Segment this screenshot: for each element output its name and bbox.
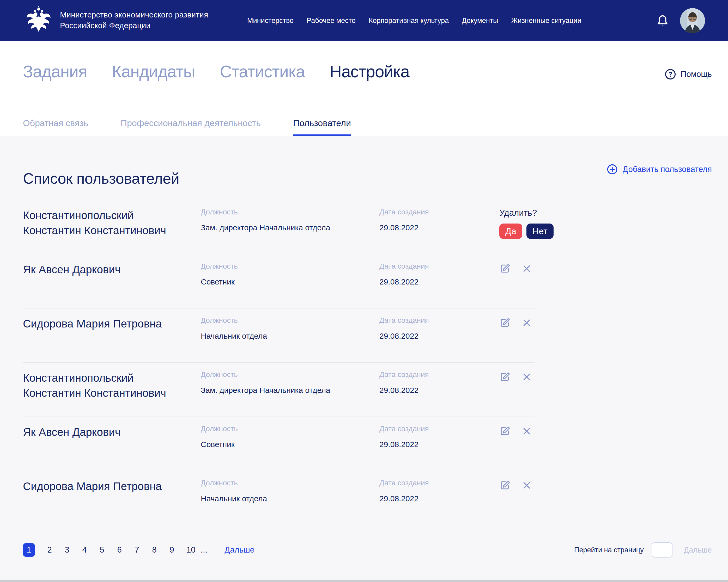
question-circle-icon: ?: [665, 68, 676, 80]
position-value: Начальник отдела: [201, 332, 380, 340]
page-button-9[interactable]: 9: [169, 545, 175, 555]
close-icon: [522, 264, 532, 274]
tab-tasks[interactable]: Задания: [23, 62, 87, 81]
created-value: 29.08.2022: [380, 494, 499, 503]
goto-page-group: Перейти на страницу Дальше: [574, 543, 712, 557]
close-icon: [522, 318, 532, 328]
help-button[interactable]: ? Помощь: [665, 68, 712, 80]
ministry-name-line2: Россиийской Федерации: [60, 20, 208, 31]
edit-icon: [499, 425, 511, 437]
page-list: 1 2 3 4 5 6 7 8 9 10: [23, 543, 195, 557]
created-label: Дата создания: [380, 208, 499, 216]
notifications-button[interactable]: [655, 13, 670, 28]
user-name: Сидорова Мария Петровна: [23, 316, 201, 331]
user-avatar[interactable]: [680, 8, 705, 33]
ministry-name-line1: Министерство экономического развития: [60, 9, 208, 20]
user-row: Як Авсен Даркович Должность Советник Дат…: [23, 417, 535, 471]
created-value: 29.08.2022: [380, 332, 499, 340]
main-tabs: Задания Кандидаты Статистика Настройка: [23, 62, 409, 81]
created-label: Дата создания: [380, 425, 499, 433]
tab-settings[interactable]: Настройка: [330, 62, 409, 81]
svg-text:?: ?: [668, 71, 673, 78]
add-user-label: Добавить пользователя: [623, 165, 712, 174]
created-value: 29.08.2022: [380, 440, 499, 449]
user-name: Як Авсен Даркович: [23, 425, 201, 440]
ministry-logo[interactable]: Министерство экономического развития Рос…: [25, 4, 208, 36]
edit-user-button[interactable]: [499, 262, 511, 275]
edit-icon: [499, 262, 511, 275]
edit-icon: [499, 371, 511, 383]
tab-candidates[interactable]: Кандидаты: [112, 62, 195, 81]
delete-user-button[interactable]: [522, 318, 532, 328]
goto-next-link[interactable]: Дальше: [684, 546, 712, 554]
delete-user-button[interactable]: [522, 372, 532, 382]
nav-life-situations[interactable]: Жизненные ситуации: [511, 17, 581, 25]
close-icon: [522, 480, 532, 490]
plus-circle-icon: [606, 164, 618, 175]
position-label: Должность: [201, 370, 380, 379]
page-button-10[interactable]: 10: [186, 545, 195, 555]
help-label: Помощь: [680, 70, 712, 79]
position-label: Должность: [201, 262, 380, 270]
delete-user-button[interactable]: [522, 264, 532, 274]
position-value: Начальник отдела: [201, 494, 380, 503]
ministry-name: Министерство экономического развития Рос…: [60, 9, 208, 31]
edit-user-button[interactable]: [499, 479, 511, 491]
page-button-7[interactable]: 7: [134, 545, 140, 555]
user-name: Як Авсен Даркович: [23, 262, 201, 277]
goto-page-input[interactable]: [652, 543, 673, 557]
tab-statistics[interactable]: Статистика: [220, 62, 305, 81]
pagination: 1 2 3 4 5 6 7 8 9 10 ... Дальше Перейти …: [23, 543, 712, 557]
subtab-feedback[interactable]: Обратная связь: [23, 118, 88, 136]
page-button-3[interactable]: 3: [64, 545, 70, 555]
delete-user-button[interactable]: [522, 426, 532, 436]
user-row: Сидорова Мария Петровна Должность Началь…: [23, 308, 535, 363]
user-list: Константинопольский Константин Константи…: [23, 200, 535, 525]
coat-of-arms-icon: [25, 4, 52, 36]
next-page-link[interactable]: Дальше: [225, 545, 255, 555]
confirm-delete-no-button[interactable]: Нет: [526, 224, 553, 239]
goto-page-label: Перейти на страницу: [574, 546, 644, 554]
close-icon: [522, 372, 532, 382]
created-label: Дата создания: [380, 316, 499, 325]
page-button-8[interactable]: 8: [152, 545, 157, 555]
subtab-professional-activity[interactable]: Профессиональная деятельность: [121, 118, 261, 136]
user-row: Константинопольский Константин Константи…: [23, 363, 535, 417]
bottom-edge-strip: [0, 580, 728, 582]
position-value: Советник: [201, 440, 380, 449]
position-value: Зам. директора Начальника отдела: [201, 223, 380, 232]
sub-tabs: Обратная связь Профессиональная деятельн…: [23, 118, 351, 136]
page-button-6[interactable]: 6: [116, 545, 122, 555]
nav-workplace[interactable]: Рабочее место: [307, 17, 356, 25]
avatar-photo: [680, 8, 705, 33]
top-navigation: Министерство Рабочее место Корпоративная…: [247, 0, 581, 41]
app-root: Министерство экономического развития Рос…: [0, 0, 728, 582]
position-label: Должность: [201, 316, 380, 325]
user-name: Константинопольский Константин Константи…: [23, 370, 201, 401]
delete-user-button[interactable]: [522, 480, 532, 490]
page-button-1[interactable]: 1: [23, 543, 35, 557]
add-user-button[interactable]: Добавить пользователя: [606, 164, 712, 175]
page-title: Список пользователей: [23, 170, 179, 187]
created-value: 29.08.2022: [380, 277, 499, 286]
edit-user-button[interactable]: [499, 425, 511, 437]
position-value: Советник: [201, 277, 380, 286]
nav-documents[interactable]: Документы: [462, 17, 498, 25]
tabs-band: Задания Кандидаты Статистика Настройка ?…: [0, 41, 728, 136]
nav-ministry[interactable]: Министерство: [247, 17, 294, 25]
created-value: 29.08.2022: [380, 386, 499, 395]
nav-corporate-culture[interactable]: Корпоративная культура: [369, 17, 449, 25]
subtab-users[interactable]: Пользователи: [293, 118, 351, 136]
edit-user-button[interactable]: [499, 371, 511, 383]
edit-user-button[interactable]: [499, 317, 511, 329]
page-button-5[interactable]: 5: [99, 545, 105, 555]
user-name: Константинопольский Константин Константи…: [23, 208, 201, 238]
confirm-delete-yes-button[interactable]: Да: [499, 224, 522, 239]
delete-question: Удалить?: [499, 208, 535, 218]
page-button-4[interactable]: 4: [82, 545, 87, 555]
created-value: 29.08.2022: [380, 223, 499, 232]
page-button-2[interactable]: 2: [47, 545, 52, 555]
user-row: Константинопольский Константин Константи…: [23, 200, 535, 254]
user-name: Сидорова Мария Петровна: [23, 479, 201, 494]
position-label: Должность: [201, 479, 380, 487]
